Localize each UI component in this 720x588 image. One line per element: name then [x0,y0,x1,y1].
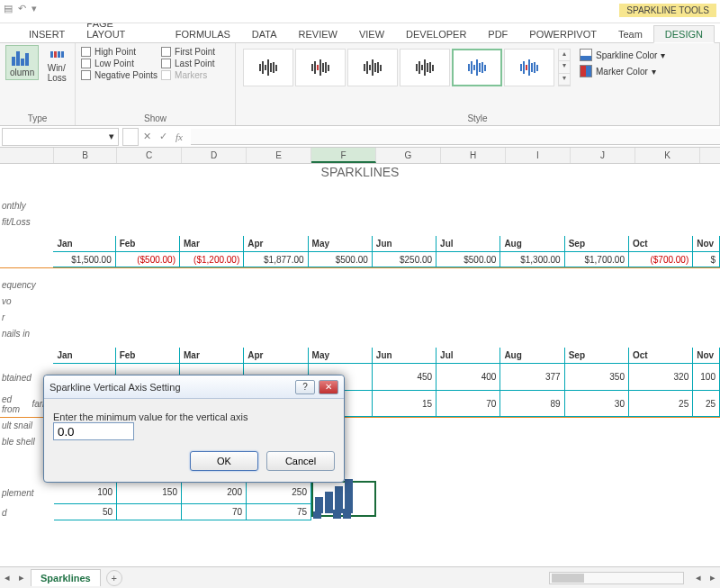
chk-high-point[interactable]: High Point [81,47,158,57]
colhdr-e[interactable]: E [247,148,311,163]
hdr2-apr[interactable]: Apr [244,348,308,364]
hdr-oct[interactable]: Oct [629,236,693,252]
f2-aug[interactable]: 89 [500,391,564,417]
period-w3[interactable]: 70 [182,504,247,520]
hdr-may[interactable]: May [309,236,373,252]
colhdr-g[interactable]: G [376,148,441,163]
hdr2-sep[interactable]: Sep [565,348,629,364]
hdr-aug[interactable]: Aug [500,236,564,252]
chk-last-point[interactable]: Last Point [161,59,215,68]
fx-button[interactable]: fx [171,131,187,142]
hdr2-jun[interactable]: Jun [373,348,436,364]
hdr2-aug[interactable]: Aug [500,348,564,364]
f1-nov[interactable]: 100 [693,364,720,391]
tab-insert[interactable]: INSERT [18,26,76,42]
worksheet[interactable]: B C D E F G H I J K SPARKLINES onthly fi… [0,148,720,553]
hdr-jun[interactable]: Jun [373,236,436,252]
colhdr-c[interactable]: C [117,148,182,163]
name-box[interactable]: ▾ [2,128,119,146]
colhdr-j[interactable]: J [571,148,635,163]
sparkline-winloss-button[interactable]: Win/ Loss [42,45,71,85]
tab-review[interactable]: REVIEW [288,26,348,42]
f2-sep[interactable]: 30 [565,391,629,417]
hdr2-oct[interactable]: Oct [629,348,693,364]
tab-developer[interactable]: DEVELOPER [395,26,477,42]
ok-button[interactable]: OK [190,451,258,471]
tab-pdf[interactable]: PDF [477,26,518,42]
pl-oct[interactable]: ($700.00) [629,252,693,267]
hdr-nov[interactable]: Nov [693,236,720,252]
tab-design[interactable]: DESIGN [653,25,715,43]
period-v1[interactable]: 100 [54,481,117,504]
formula-input[interactable] [191,129,720,145]
sparkline-color-button[interactable]: Sparkline Color▾ [580,49,665,61]
marker-color-button[interactable]: Marker Color▾ [580,65,665,77]
tab-view[interactable]: VIEW [348,26,395,42]
f1-jun[interactable]: 450 [373,364,436,391]
pl-jan[interactable]: $1,500.00 [53,252,115,267]
period-v3[interactable]: 200 [182,481,247,504]
hdr2-mar[interactable]: Mar [180,348,244,364]
f1-aug[interactable]: 377 [500,364,564,391]
dialog-titlebar[interactable]: Sparkline Vertical Axis Setting ? ✕ [44,375,344,399]
tab-powerpivot[interactable]: POWERPIVOT [518,26,608,42]
pl-mar[interactable]: ($1,200.00) [180,252,244,267]
horizontal-scrollbar[interactable] [549,572,684,584]
chk-negative-points[interactable]: Negative Points [81,70,158,80]
f2-nov[interactable]: 25 [693,391,720,417]
hdr2-nov[interactable]: Nov [693,348,720,364]
pl-aug[interactable]: $1,300.00 [500,252,564,267]
hdr-jul[interactable]: Jul [436,236,500,252]
hdr2-may[interactable]: May [309,348,373,364]
dialog-help-button[interactable]: ? [295,380,315,394]
style-1[interactable] [243,49,293,86]
hdr-mar[interactable]: Mar [180,236,244,252]
period-w2[interactable] [117,504,182,520]
tab-data[interactable]: DATA [241,26,288,42]
sparkline-cell-2[interactable] [311,504,376,520]
dialog-close-button[interactable]: ✕ [319,380,338,394]
pl-nov[interactable]: $ [693,252,720,267]
enter-formula-button[interactable]: ✓ [155,131,171,142]
add-sheet-button[interactable]: + [106,570,122,586]
sheet-scroll-right[interactable]: ▸ [14,572,29,583]
colhdr-d[interactable]: D [182,148,247,163]
f2-jul[interactable]: 70 [436,391,500,417]
save-icon[interactable]: ▤ [4,3,13,14]
undo-icon[interactable]: ↶ [18,3,26,14]
period-v4[interactable]: 250 [247,481,311,504]
pl-jul[interactable]: $500.00 [436,252,500,267]
colhdr-f[interactable]: F [311,148,376,163]
cancel-button[interactable]: Cancel [266,451,335,471]
sheet-scroll-left[interactable]: ◂ [0,572,14,583]
hdr2-jan[interactable]: Jan [53,348,115,364]
hdr-feb[interactable]: Feb [116,236,180,252]
hdr2-jul[interactable]: Jul [436,348,500,364]
f2-jun[interactable]: 15 [373,391,436,417]
f2-oct[interactable]: 25 [629,391,693,417]
cancel-formula-button[interactable]: ✕ [139,131,155,142]
period-w4[interactable]: 75 [247,504,311,520]
min-value-input[interactable] [53,422,134,440]
tab-team[interactable]: Team [608,26,653,42]
period-w1[interactable]: 50 [54,504,117,520]
pl-sep[interactable]: $1,700.00 [565,252,629,267]
style-6[interactable] [504,49,554,86]
hscroll-right[interactable]: ▸ [706,572,720,583]
hdr-jan[interactable]: Jan [53,236,115,252]
colhdr-b[interactable]: B [54,148,117,163]
period-v2[interactable]: 150 [117,481,182,504]
colhdr-h[interactable]: H [441,148,506,163]
f1-oct[interactable]: 320 [629,364,693,391]
style-2[interactable] [295,49,346,86]
redo-icon[interactable]: ▾ [32,3,37,14]
pl-may[interactable]: $500.00 [309,252,373,267]
colhdr-i[interactable]: I [506,148,571,163]
style-3[interactable] [347,49,398,86]
chevron-down-icon[interactable]: ▾ [109,131,114,142]
hdr-sep[interactable]: Sep [565,236,629,252]
f1-sep[interactable]: 350 [565,364,629,391]
sheet-tab-sparklines[interactable]: Sparklines [31,569,101,586]
tab-formulas[interactable]: FORMULAS [165,26,241,42]
style-5-selected[interactable] [452,49,502,86]
